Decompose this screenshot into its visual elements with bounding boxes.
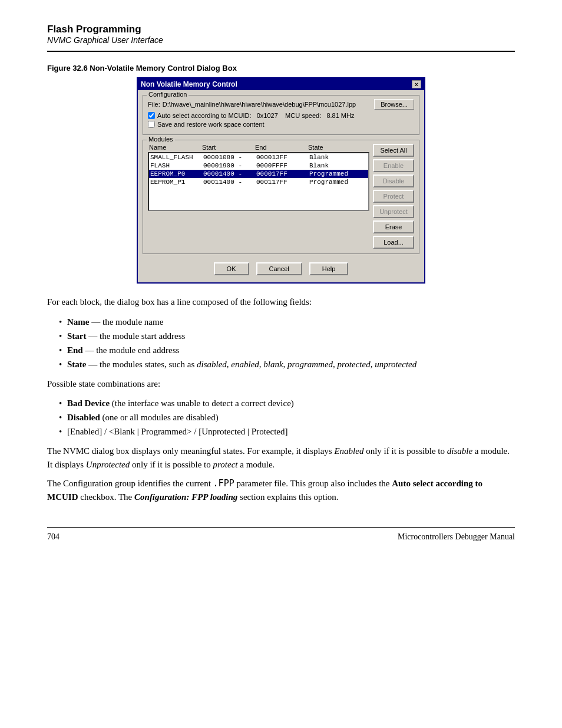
auto-select-row: Auto select according to MCUID: 0x1027 M…: [148, 112, 414, 119]
intro-paragraph: For each block, the dialog box has a lin…: [47, 295, 515, 309]
save-restore-label: Save and restore work space content: [157, 121, 265, 128]
col-header-end: End: [255, 144, 308, 151]
select-all-button[interactable]: Select All: [373, 144, 414, 157]
list-item-start: Start — the module start address: [59, 329, 515, 343]
possible-states-label: Possible state combinations are:: [47, 377, 515, 391]
cancel-button[interactable]: Cancel: [256, 262, 302, 275]
ok-button[interactable]: OK: [214, 262, 249, 275]
modules-list[interactable]: SMALL_FLASH00001080 -000013FFBlankFLASH0…: [148, 152, 369, 211]
modules-group: Modules Name Start End State SMALL_FLASH…: [143, 140, 419, 254]
browse-button[interactable]: Browse...: [374, 99, 414, 110]
dialog-close-button[interactable]: ×: [412, 80, 421, 88]
auto-select-label: Auto select according to MCUID: 0x1027 M…: [157, 112, 354, 119]
footer-title: Microcontrollers Debugger Manual: [398, 532, 515, 542]
list-item-name: Name — the module name: [59, 315, 515, 329]
state-enabled: [Enabled] / <Blank | Programmed> / [Unpr…: [59, 424, 515, 439]
load-button[interactable]: Load...: [373, 236, 414, 249]
para2: The Configuration group identifies the c…: [47, 477, 515, 503]
chapter-title: Flash Programming: [47, 24, 515, 35]
col-header-start: Start: [202, 144, 255, 151]
dialog-footer: OK Cancel Help: [143, 259, 419, 278]
chapter-subtitle: NVMC Graphical User Interface: [47, 35, 515, 45]
page-footer: 704 Microcontrollers Debugger Manual: [47, 527, 515, 542]
states-list: Bad Device (the interface was unable to …: [47, 396, 515, 439]
config-file-row: File: D:\hwave\_mainline\hiware\hiware\h…: [148, 99, 414, 110]
figure-caption: Figure 32.6 Non-Volatile Memory Control …: [47, 64, 515, 73]
mcu-speed-label: MCU speed:: [285, 112, 321, 119]
erase-button[interactable]: Erase: [373, 220, 414, 233]
mcuid-value: 0x1027: [257, 112, 278, 119]
enable-button[interactable]: Enable: [373, 159, 414, 172]
unprotect-button[interactable]: Unprotect: [373, 205, 414, 218]
dialog-titlebar: Non Volatile Memory Control ×: [138, 78, 424, 90]
list-item-end: End — the module end address: [59, 343, 515, 357]
dialog-body: Configuration File: D:\hwave\_mainline\h…: [138, 90, 424, 282]
file-path: D:\hwave\_mainline\hiware\hiware\hiwave\…: [163, 101, 372, 108]
fields-list: Name — the module name Start — the modul…: [47, 315, 515, 371]
dialog-wrapper: Non Volatile Memory Control × Configurat…: [47, 77, 515, 284]
module-row[interactable]: EEPROM_P100011400 -000117FFProgrammed: [149, 178, 368, 186]
table-header-row: Name Start End State: [148, 144, 369, 151]
para1: The NVMC dialog box displays only meanin…: [47, 444, 515, 471]
dialog-title: Non Volatile Memory Control: [141, 80, 237, 88]
mcu-speed-value: 8.81 MHz: [326, 112, 354, 119]
configuration-group: Configuration File: D:\hwave\_mainline\h…: [143, 95, 419, 135]
module-row[interactable]: SMALL_FLASH00001080 -000013FFBlank: [149, 153, 368, 162]
dialog-window: Non Volatile Memory Control × Configurat…: [137, 77, 425, 284]
list-item-state: State — the modules states, such as disa…: [59, 357, 515, 371]
save-restore-checkbox[interactable]: [148, 121, 155, 128]
module-row[interactable]: EEPROM_P000001400 -000017FFProgrammed: [149, 170, 368, 178]
page-header: Flash Programming NVMC Graphical User In…: [47, 24, 515, 45]
auto-select-checkbox[interactable]: [148, 112, 155, 119]
header-rule: [47, 51, 515, 52]
save-restore-row: Save and restore work space content: [148, 121, 414, 128]
state-disabled: Disabled (one or all modules are disable…: [59, 410, 515, 424]
file-label: File:: [148, 101, 160, 108]
state-bad-device: Bad Device (the interface was unable to …: [59, 396, 515, 410]
module-row[interactable]: FLASH00001900 -0000FFFFBlank: [149, 162, 368, 170]
disable-button[interactable]: Disable: [373, 174, 414, 187]
col-header-state: State: [308, 144, 355, 151]
config-group-label: Configuration: [147, 91, 189, 98]
modules-content: Name Start End State SMALL_FLASH00001080…: [148, 144, 414, 249]
modules-buttons: Select All Enable Disable Protect Unprot…: [373, 144, 414, 249]
modules-group-label: Modules: [147, 136, 175, 143]
modules-table-area: Name Start End State SMALL_FLASH00001080…: [148, 144, 369, 249]
col-header-name: Name: [149, 144, 202, 151]
help-button[interactable]: Help: [309, 262, 349, 275]
protect-button[interactable]: Protect: [373, 190, 414, 203]
page-number: 704: [47, 532, 59, 542]
